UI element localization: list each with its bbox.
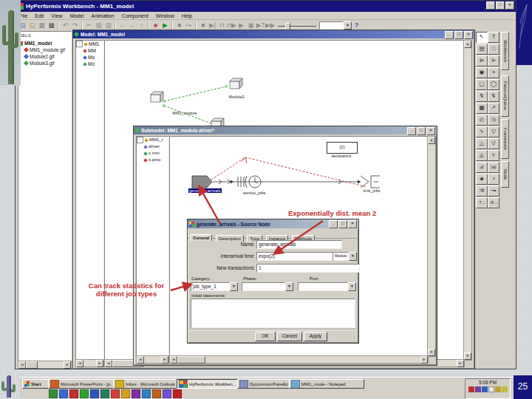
model-canvas-vscrollbar[interactable]: ▲ ▼: [463, 40, 472, 361]
save-all-icon[interactable]: ▩: [47, 21, 56, 30]
unit-combo-value[interactable]: Module unit: [332, 252, 349, 261]
quicklaunch-icon[interactable]: [100, 389, 109, 398]
port-combo[interactable]: ▼: [298, 282, 356, 291]
cancel-button[interactable]: Cancel: [277, 332, 302, 341]
statements-textarea[interactable]: [191, 299, 355, 328]
scroll-right-icon[interactable]: ►: [96, 360, 103, 367]
oval-tool-icon[interactable]: ◯: [488, 79, 499, 90]
menu-help[interactable]: Help: [178, 13, 196, 19]
model-minimize-button[interactable]: _: [445, 31, 454, 38]
small-tri-tool-icon[interactable]: ▿: [488, 150, 499, 161]
scroll-left-icon[interactable]: ◄: [170, 356, 177, 364]
scroll-right-icon[interactable]: ►: [161, 356, 168, 364]
tree-item[interactable]: c.mm: [137, 150, 168, 157]
dialog-restore-button[interactable]: □: [338, 220, 347, 228]
model-close-button[interactable]: ×: [464, 31, 473, 38]
tree-item[interactable]: MM1_module.gif: [18, 47, 71, 53]
phase-combo[interactable]: ▼: [242, 282, 293, 291]
submodel-tree-panel[interactable]: - MM1_r driver c.mm s.pmo: [136, 136, 169, 357]
app-tree-hscrollbar[interactable]: ◄ ►: [18, 361, 72, 369]
palette-tab-node[interactable]: Node: [501, 161, 509, 188]
tray-icon[interactable]: [495, 386, 501, 392]
split-tool-icon[interactable]: ⇉: [476, 185, 488, 197]
palette-tab-framework[interactable]: Framework: [501, 119, 509, 159]
chevron-down-icon[interactable]: ▼: [230, 282, 238, 291]
quicklaunch-icon[interactable]: [59, 389, 68, 398]
tree-item-root[interactable]: - MM1_r: [137, 137, 168, 143]
submodel-restore-button[interactable]: □: [417, 127, 426, 134]
tab-description[interactable]: Description: [216, 235, 244, 242]
submodel-titlebar[interactable]: Submodel: MM1_module.driver* _ □ ×: [134, 126, 437, 134]
branch-tool-icon[interactable]: ↝: [488, 185, 499, 197]
port-combo-value[interactable]: [298, 282, 348, 291]
r-route-tool-icon[interactable]: -R→: [488, 197, 499, 208]
angle-tool-icon[interactable]: ⊿: [476, 162, 488, 173]
dialog-titlebar[interactable]: generate_arrivals - Source Node _ □ ×: [188, 219, 358, 228]
model-window-titlebar[interactable]: Model: MM1_model _ □ ×: [73, 30, 474, 38]
quicklaunch-icon[interactable]: [163, 389, 171, 398]
palette-tab-workbench[interactable]: Workbench: [501, 32, 509, 70]
tree-item[interactable]: Module2.gif: [18, 53, 71, 60]
chevron-down-icon[interactable]: ▼: [349, 252, 357, 261]
menu-animation[interactable]: Animation: [87, 13, 117, 19]
model-tree-panel[interactable]: - MM1 MM Mo Mo: [75, 40, 104, 361]
taskbar-task-hyperformix[interactable]: HyPerformix Workben...: [177, 379, 239, 389]
tree-item-root[interactable]: - MM1: [76, 41, 103, 47]
quicklaunch-icon[interactable]: [90, 389, 99, 398]
source-node[interactable]: [192, 176, 212, 188]
scroll-down-icon[interactable]: ▼: [464, 352, 471, 360]
scroll-left-icon[interactable]: ◄: [105, 360, 112, 367]
quicklaunch-icon[interactable]: [80, 389, 89, 398]
tree-item[interactable]: Mo: [76, 61, 103, 67]
speed-slider[interactable]: [278, 21, 316, 30]
tray-icon[interactable]: [468, 386, 474, 392]
ref-source-tool-icon[interactable]: ◉: [476, 67, 488, 78]
dialog-minimize-button[interactable]: _: [329, 220, 338, 228]
model-tree-hscrollbar[interactable]: ◄ ►: [75, 359, 104, 367]
down-tri-tool-icon[interactable]: ▽: [488, 126, 499, 137]
toolbar-combo-value[interactable]: [319, 21, 344, 30]
scroll-up-icon[interactable]: ▲: [428, 137, 435, 144]
tree-item[interactable]: Mo: [76, 54, 103, 61]
ok-button[interactable]: OK: [255, 332, 276, 341]
scroll-right-icon[interactable]: ►: [457, 360, 464, 367]
interarrival-field[interactable]: expo(2): [256, 252, 335, 261]
submodel-vscrollbar[interactable]: ▲ ▼: [427, 136, 436, 357]
scroll-left-icon[interactable]: ◄: [18, 361, 26, 369]
menu-edit[interactable]: Edit: [31, 13, 47, 19]
tree-item[interactable]: Module3.gif: [18, 60, 71, 66]
down-tri2-tool-icon[interactable]: ▽: [488, 138, 499, 149]
quicklaunch-icon[interactable]: [173, 389, 182, 398]
quicklaunch-icon[interactable]: [69, 389, 78, 398]
dot-tool-icon[interactable]: ∘: [488, 174, 499, 185]
taskbar-task-notepad[interactable]: MM1_mode - Notepad: [289, 379, 364, 389]
taskbar-task-outlook[interactable]: Inbox - Microsoft Outlook: [113, 379, 178, 389]
tab-general[interactable]: General: [190, 234, 212, 241]
menu-component[interactable]: Component: [118, 13, 152, 19]
up-tri-tool-icon[interactable]: △: [476, 138, 488, 149]
text-tool-icon[interactable]: T: [488, 32, 499, 43]
undo-icon[interactable]: ↶: [61, 21, 70, 30]
open-icon[interactable]: ◱: [27, 21, 37, 30]
clock-tool-icon[interactable]: ◷: [488, 115, 499, 126]
module-label[interactable]: Module2: [222, 95, 251, 99]
declarations-tool-icon[interactable]: {≡}: [488, 162, 499, 173]
diamond-tool-icon[interactable]: ◈: [476, 174, 488, 185]
box-tool-icon[interactable]: □: [488, 44, 499, 55]
submodel-tree-hscrollbar[interactable]: ◄ ►: [136, 355, 169, 364]
taskbar-task-powerpoint[interactable]: Microsoft PowerPoint - [p...: [48, 379, 115, 389]
sink-node-label[interactable]: sink_jobs: [358, 188, 385, 193]
quicklaunch-icon[interactable]: [142, 389, 151, 398]
scroll-left-icon[interactable]: ◄: [76, 360, 83, 367]
tree-expander-icon[interactable]: -: [76, 41, 83, 47]
taskbar-task-dycommon[interactable]: Dycommon/FaxeEc: [237, 379, 290, 389]
table-tool-icon[interactable]: ▦: [476, 103, 488, 114]
app-tree-panel[interactable]: DELS MM1_model MM1_module.gif Module2.gi…: [18, 31, 72, 362]
unit-combo[interactable]: Module unit ▼: [332, 252, 357, 261]
menu-window[interactable]: Window: [152, 13, 178, 19]
category-combo-value[interactable]: job_type_1: [191, 282, 230, 291]
rounded-box-tool-icon[interactable]: ▢: [476, 79, 488, 90]
quicklaunch-icon[interactable]: [49, 389, 58, 398]
tree-item[interactable]: s.pmo: [137, 157, 168, 163]
palette-tab-passivequeue[interactable]: PassiveQueue: [501, 75, 509, 117]
